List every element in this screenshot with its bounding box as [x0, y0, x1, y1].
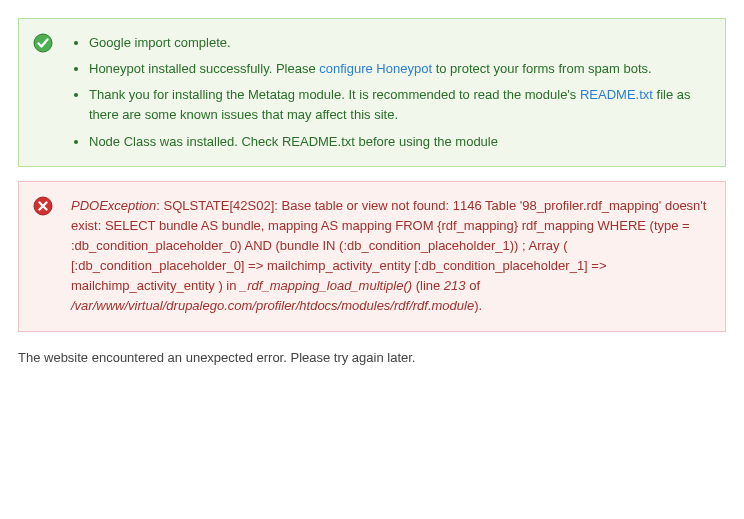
readme-link[interactable]: README.txt [580, 87, 653, 102]
page-error-text: The website encountered an unexpected er… [18, 348, 726, 368]
status-list: Google import complete. Honeypot install… [71, 33, 707, 152]
error-of: of [466, 278, 480, 293]
status-item: Node Class was installed. Check README.t… [89, 132, 707, 152]
status-item: Honeypot installed successfully. Please … [89, 59, 707, 79]
configure-honeypot-link[interactable]: configure Honeypot [319, 61, 432, 76]
status-item: Thank you for installing the Metatag mod… [89, 85, 707, 125]
error-tail: ). [474, 298, 482, 313]
status-item: Google import complete. [89, 33, 707, 53]
status-item-text: Node Class was installed. Check README.t… [89, 134, 498, 149]
status-message: Google import complete. Honeypot install… [18, 18, 726, 167]
error-text: PDOException: SQLSTATE[42S02]: Base tabl… [71, 196, 707, 317]
error-line: 213 [444, 278, 466, 293]
error-line-prefix: (line [412, 278, 444, 293]
status-item-suffix: to protect your forms from spam bots. [432, 61, 652, 76]
success-icon [33, 33, 53, 53]
error-file: /var/www/virtual/drupalego.com/profiler/… [71, 298, 474, 313]
error-message: PDOException: SQLSTATE[42S02]: Base tabl… [18, 181, 726, 332]
status-item-text: Google import complete. [89, 35, 231, 50]
error-function: _rdf_mapping_load_multiple() [240, 278, 412, 293]
status-item-prefix: Honeypot installed successfully. Please [89, 61, 319, 76]
exception-class: PDOException [71, 198, 156, 213]
status-item-prefix: Thank you for installing the Metatag mod… [89, 87, 580, 102]
error-icon [33, 196, 53, 216]
